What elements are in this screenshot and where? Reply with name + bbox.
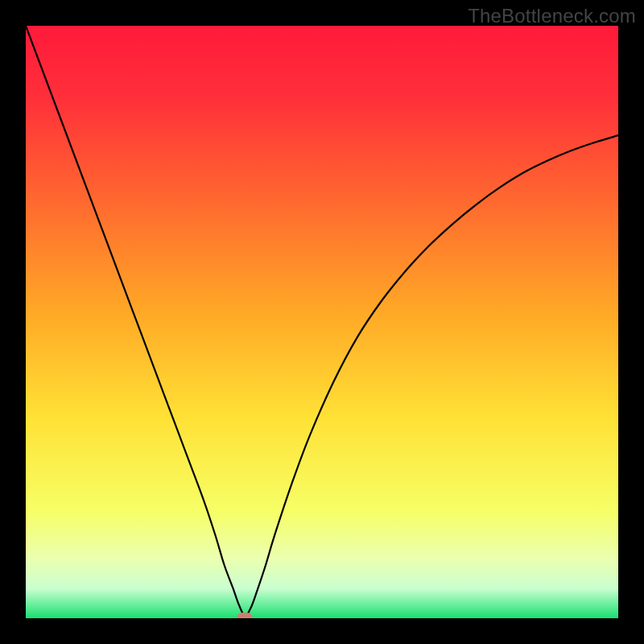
chart-frame: TheBottleneck.com	[0, 0, 644, 644]
bottleneck-curve	[26, 26, 618, 618]
optimum-marker	[237, 613, 253, 618]
watermark-text: TheBottleneck.com	[468, 5, 636, 27]
plot-area	[26, 26, 618, 618]
